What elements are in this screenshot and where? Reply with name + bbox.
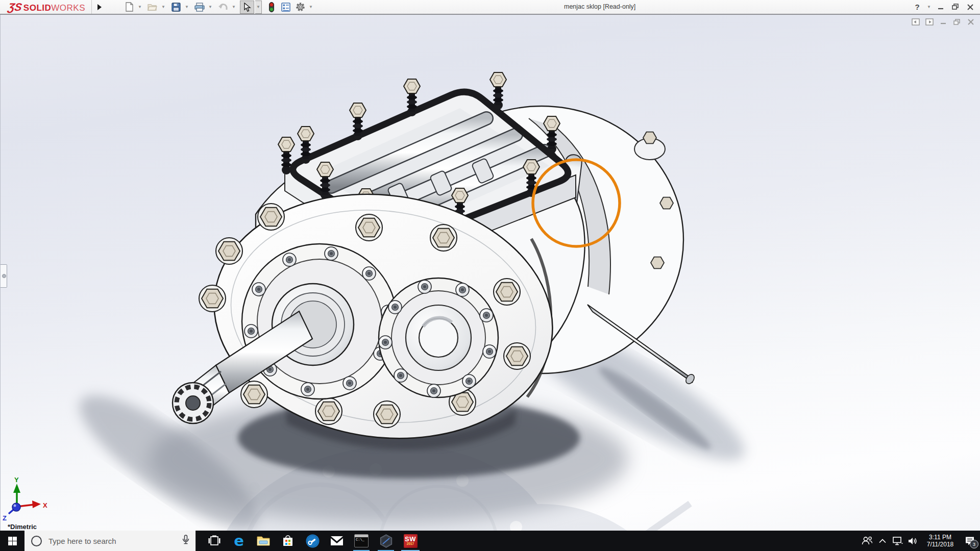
document-window-controls bbox=[911, 18, 975, 26]
taskbar-apps: e C:\_ SW2017 bbox=[202, 531, 423, 551]
file-explorer-icon[interactable] bbox=[251, 531, 276, 551]
start-button[interactable] bbox=[0, 531, 24, 551]
feature-manager-collapsed-tab[interactable] bbox=[1, 264, 7, 288]
hexagon-app-icon[interactable] bbox=[374, 531, 398, 551]
undo-button[interactable] bbox=[216, 1, 230, 13]
tray-chevron-icon[interactable] bbox=[875, 531, 890, 551]
close-button[interactable] bbox=[965, 2, 976, 12]
triad-z-label: Z bbox=[3, 514, 7, 522]
doc-restore-button[interactable] bbox=[952, 18, 962, 26]
open-document-button[interactable] bbox=[146, 1, 159, 13]
doc-minimize-button[interactable] bbox=[939, 18, 948, 26]
edge-icon[interactable]: e bbox=[227, 531, 251, 551]
help-button[interactable]: ? bbox=[912, 2, 923, 12]
dassault-logo-glyph: ƷS bbox=[7, 1, 23, 13]
system-tray: 3:11 PM 7/11/2018 3 bbox=[860, 531, 980, 551]
title-bar: ƷS SOLID WORKS ▼ ▼ ▼ ▼ ▼ bbox=[0, 0, 980, 15]
help-dropdown-caret[interactable]: ▼ bbox=[926, 2, 932, 12]
print-dropdown-caret[interactable]: ▼ bbox=[207, 1, 213, 13]
options-dropdown-caret[interactable]: ▼ bbox=[308, 1, 314, 13]
clock-date: 7/11/2018 bbox=[923, 541, 958, 548]
open-dropdown-caret[interactable]: ▼ bbox=[160, 1, 166, 13]
task-view-button[interactable] bbox=[202, 531, 227, 551]
cortana-icon bbox=[31, 536, 42, 546]
undo-dropdown-caret[interactable]: ▼ bbox=[231, 1, 237, 13]
doc-close-button[interactable] bbox=[966, 18, 975, 26]
pane-tab-grip bbox=[2, 274, 6, 278]
volume-icon[interactable] bbox=[905, 531, 921, 551]
input-shaft-flange[interactable] bbox=[379, 278, 498, 397]
quick-toolbar: ▼ ▼ ▼ ▼ ▼ ▼ ▼ bbox=[122, 1, 316, 14]
properties-list-icon[interactable] bbox=[279, 1, 292, 13]
new-dropdown-caret[interactable]: ▼ bbox=[137, 1, 143, 13]
taskbar-search[interactable] bbox=[24, 531, 196, 551]
triad-x-label: X bbox=[43, 502, 47, 509]
store-icon[interactable] bbox=[276, 531, 300, 551]
notification-badge: 3 bbox=[970, 540, 978, 548]
search-input[interactable] bbox=[47, 536, 182, 546]
divider bbox=[91, 0, 92, 14]
select-tool-button[interactable] bbox=[240, 1, 254, 14]
restore-button[interactable] bbox=[950, 2, 961, 12]
3d-model-scene[interactable]: Y X Z bbox=[1, 15, 980, 531]
select-dropdown-caret[interactable]: ▼ bbox=[255, 1, 262, 14]
mail-icon[interactable] bbox=[325, 531, 349, 551]
minimize-button[interactable] bbox=[935, 2, 946, 12]
solidworks-taskbar-icon[interactable]: SW2017 bbox=[398, 531, 423, 551]
solidworks-window: ƷS SOLID WORKS ▼ ▼ ▼ ▼ ▼ bbox=[0, 0, 980, 551]
show-right-pane-button[interactable] bbox=[925, 18, 934, 26]
orientation-triad: Y X Z bbox=[3, 476, 47, 522]
menu-expand-arrow-icon[interactable] bbox=[94, 2, 105, 13]
print-button[interactable] bbox=[193, 1, 206, 13]
save-button[interactable] bbox=[169, 1, 183, 13]
taskbar-clock[interactable]: 3:11 PM 7/11/2018 bbox=[923, 534, 958, 548]
view-orientation-label: *Dimetric bbox=[8, 523, 37, 531]
action-center-icon[interactable]: 3 bbox=[960, 531, 980, 551]
new-document-button[interactable] bbox=[122, 1, 136, 13]
rebuild-stoplight-icon[interactable] bbox=[265, 1, 278, 13]
support-tool-icon[interactable] bbox=[300, 531, 325, 551]
show-left-pane-button[interactable] bbox=[911, 18, 920, 26]
graphics-viewport[interactable]: Y X Z *Dimetric bbox=[0, 15, 980, 531]
triad-y-label: Y bbox=[14, 476, 19, 484]
document-title: menjac sklop [Read-only] bbox=[564, 3, 635, 10]
clock-time: 3:11 PM bbox=[923, 534, 958, 541]
options-gear-icon[interactable] bbox=[293, 1, 307, 13]
microphone-icon[interactable] bbox=[182, 535, 189, 547]
people-icon[interactable] bbox=[860, 531, 875, 551]
solidworks-logo: ƷS SOLID WORKS bbox=[8, 1, 85, 13]
windows-taskbar: e C:\_ SW2017 bbox=[0, 531, 980, 551]
command-prompt-icon[interactable]: C:\_ bbox=[349, 531, 374, 551]
window-controls: ? ▼ bbox=[912, 0, 976, 14]
save-dropdown-caret[interactable]: ▼ bbox=[184, 1, 190, 13]
network-icon[interactable] bbox=[890, 531, 905, 551]
